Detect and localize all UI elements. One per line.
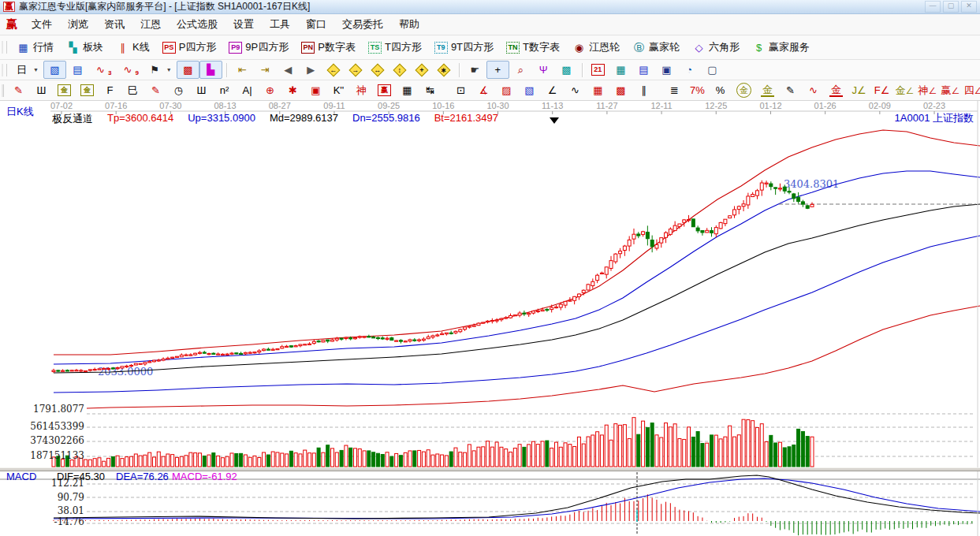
width-arrows-button[interactable]: ↹ <box>419 81 442 99</box>
measure-pencil-button[interactable]: ✎ <box>779 81 802 99</box>
a-line-button[interactable]: A| <box>236 81 259 99</box>
wave9-button[interactable]: ∿9 <box>116 61 143 79</box>
gold-underline-button[interactable]: 金 <box>825 82 848 99</box>
spiral-button[interactable]: 巳 <box>121 81 144 99</box>
fan-lines-button[interactable]: ∡ <box>472 81 495 99</box>
first-page-button[interactable]: ⇤ <box>231 61 254 79</box>
notes-button[interactable]: ▤ <box>632 61 655 79</box>
gann-tool-button[interactable]: Ψ <box>532 61 555 79</box>
boxed-star-button[interactable]: ▣ <box>304 81 327 99</box>
gold-circle-button[interactable]: 金 <box>732 80 756 100</box>
menu-item-formula-stock-pick[interactable]: 公式选股 <box>169 14 225 35</box>
next-button[interactable]: ▶ <box>300 61 322 79</box>
j-angle-button[interactable]: J∠ <box>848 81 870 99</box>
clock-ticks-button[interactable]: ◷ <box>167 81 190 99</box>
gann-wheel-button[interactable]: ◉江恩轮 <box>566 38 626 57</box>
nav-left-button[interactable]: ← <box>322 61 345 79</box>
close-button[interactable]: ✕ <box>961 1 977 13</box>
quotes-button[interactable]: ▦行情 <box>10 38 60 57</box>
grid-ruler-button[interactable]: Ш <box>30 81 53 99</box>
winner-wheel-button[interactable]: Ⓑ赢家轮 <box>626 38 686 57</box>
gold-angle-button[interactable]: 金∠ <box>893 81 916 99</box>
circle-cross-button[interactable]: ⊕ <box>259 81 281 99</box>
f-ruler-button[interactable]: F <box>99 81 121 99</box>
nine-t-square-button[interactable]: T99T四方形 <box>428 38 500 57</box>
red-grid-arrow-button[interactable]: ▩ <box>609 81 632 99</box>
menu-item-gann[interactable]: 江恩 <box>132 14 169 35</box>
menu-item-settings[interactable]: 设置 <box>225 14 262 35</box>
grid-123-button[interactable]: ▦ <box>396 81 419 99</box>
seven-percent-button[interactable]: 7% <box>686 81 709 99</box>
t-number-table-button[interactable]: TNT数字表 <box>500 38 566 57</box>
zigzag-wave-button[interactable]: ∿ <box>564 81 587 99</box>
save-button[interactable]: ▣ <box>655 61 678 79</box>
nav-vspan-button[interactable]: ↕ <box>389 61 411 79</box>
minimize-button[interactable]: — <box>925 1 941 13</box>
grid-ruler2-button[interactable]: Ш <box>190 81 213 99</box>
f10-info-button[interactable]: ▤ <box>66 61 89 79</box>
macd-name[interactable]: MACD <box>6 471 57 482</box>
world-clock-button[interactable]: ◔ <box>678 61 701 79</box>
sectors-button[interactable]: ▚板块 <box>60 38 110 57</box>
boxed-fan-button[interactable]: ▨ <box>495 81 518 99</box>
gann-pencil-button[interactable]: ✎ <box>7 81 30 99</box>
toolbar-grip[interactable] <box>2 64 7 76</box>
gold-box2-button[interactable]: 金 <box>76 82 99 99</box>
angle-fan-button[interactable]: ∠ <box>541 81 564 99</box>
menu-item-tools[interactable]: 工具 <box>262 14 298 35</box>
wave-box-button[interactable]: ∿ <box>802 81 825 99</box>
boxed-fan-x-button[interactable]: ▧ <box>518 81 541 99</box>
p-square-button[interactable]: PSP四方形 <box>156 38 223 57</box>
box-tool-button[interactable]: ⊡ <box>449 81 472 99</box>
shen-button[interactable]: 神 <box>350 81 373 99</box>
last-page-button[interactable]: ⇥ <box>254 61 277 79</box>
hexagon-button[interactable]: ◇六角形 <box>686 38 746 57</box>
menu-item-window[interactable]: 窗口 <box>298 14 334 35</box>
red-grid-button[interactable]: ▩ <box>177 61 199 79</box>
ying-box-button[interactable]: 赢 <box>373 82 396 99</box>
crosshair-tool-button[interactable]: + <box>486 61 509 79</box>
shen-angle-button[interactable]: 神∠ <box>916 81 939 99</box>
computer-button[interactable]: ▢ <box>701 61 724 79</box>
red-grid2-button[interactable]: ▦ <box>587 81 609 99</box>
wave3-button[interactable]: ∿3 <box>89 61 116 79</box>
calculator-button[interactable]: ▦ <box>609 61 632 79</box>
star-burst-button[interactable]: ✱ <box>281 81 304 99</box>
menu-item-trade-entrust[interactable]: 交易委托 <box>334 14 391 35</box>
gold-box-button[interactable]: 金 <box>53 82 76 99</box>
nav-right-button[interactable]: → <box>345 61 367 79</box>
menu-item-file[interactable]: 文件 <box>24 14 60 35</box>
gold-lines-button[interactable]: 金 <box>756 82 779 99</box>
flag-button[interactable]: ⚑▼ <box>143 61 177 79</box>
comb-scale-button[interactable]: ≣ <box>663 81 686 99</box>
kline-button[interactable]: ∥K线 <box>110 38 156 57</box>
hand-tool-button[interactable]: ☛ <box>464 61 486 79</box>
percent-button[interactable]: % <box>709 81 732 99</box>
toolbar-grip[interactable] <box>2 41 7 54</box>
nav-hspan-button[interactable]: ↔ <box>367 61 389 79</box>
red-pencil-button[interactable]: ✎ <box>144 81 167 99</box>
n-squared-button[interactable]: n² <box>213 81 236 99</box>
nine-p-square-button[interactable]: P99P四方形 <box>222 38 295 57</box>
k-quote-button[interactable]: K'' <box>327 81 350 99</box>
chart-pattern-button[interactable]: ▧ <box>43 61 66 79</box>
t-square-button[interactable]: TST四方形 <box>362 38 428 57</box>
calendar-button[interactable]: 21 <box>587 61 609 78</box>
nav-all-button[interactable]: ∗ <box>433 61 455 79</box>
period-day-button[interactable]: 日▼ <box>10 61 43 79</box>
teal-grid-button[interactable]: ▩ <box>555 61 578 79</box>
p-number-table-button[interactable]: PNP数字表 <box>295 38 362 57</box>
ying-angle-button[interactable]: 赢∠ <box>939 81 962 99</box>
prev-button[interactable]: ◀ <box>277 61 300 79</box>
f-angle-button[interactable]: F∠ <box>870 81 893 99</box>
nav-cross-button[interactable]: + <box>411 61 433 79</box>
zoom-cancel-button[interactable]: ⌕ <box>509 61 532 79</box>
maximize-button[interactable]: ▢ <box>943 1 959 13</box>
menu-item-news[interactable]: 资讯 <box>96 14 132 35</box>
winner-service-button[interactable]: $赢家服务 <box>746 38 816 57</box>
menu-item-help[interactable]: 帮助 <box>391 14 427 35</box>
volume-profile-button[interactable]: ▙ <box>199 61 222 79</box>
menu-item-browse[interactable]: 浏览 <box>60 14 96 35</box>
si-angle-button[interactable]: 四∠ <box>962 81 980 99</box>
panel-period-label[interactable]: 日K线 <box>6 105 34 119</box>
